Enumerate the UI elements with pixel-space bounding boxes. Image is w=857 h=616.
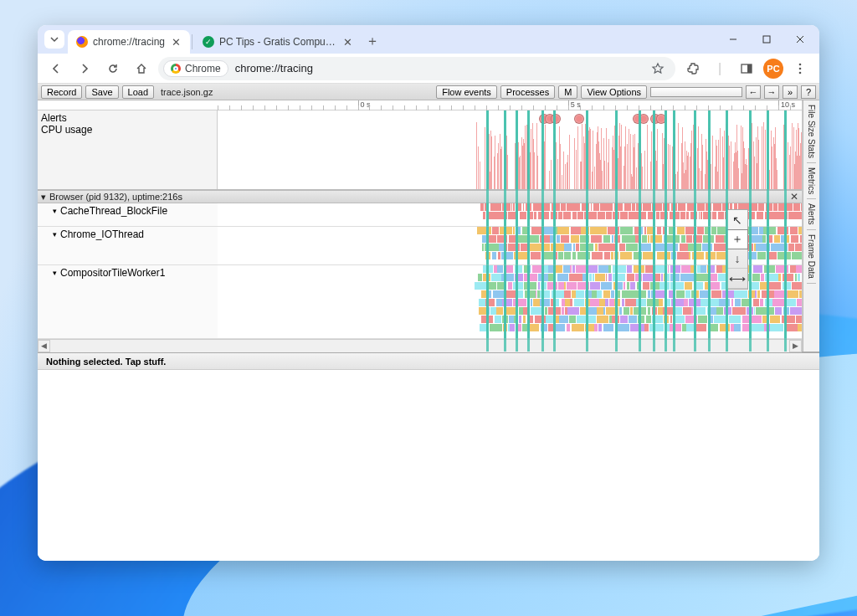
tracing-toolbar: Record Save Load trace.json.gz Flow even… [38,84,819,100]
chrome-window: chrome://tracing ✕ ✓ PC Tips - Gratis Co… [38,25,819,561]
svg-point-4 [799,63,802,65]
kebab-menu-icon[interactable] [788,57,813,80]
thread-canvas[interactable] [218,227,802,264]
url-text: chrome://tracing [235,62,313,74]
processes-button[interactable]: Processes [500,85,555,99]
address-bar: Chrome chrome://tracing | PC [38,54,819,84]
view-options-button[interactable]: View Options [581,85,647,99]
tab-title: PC Tips - Gratis Computer Tips [219,36,336,48]
svg-rect-3 [747,64,752,73]
time-ruler[interactable]: 0 s5 s10 s [38,100,802,110]
svg-point-5 [799,67,802,69]
load-button[interactable]: Load [122,85,154,99]
trace-filename: trace.json.gz [161,87,213,97]
overview-canvas[interactable] [218,110,802,189]
omnibox[interactable]: Chrome chrome://tracing [158,57,675,80]
help-button[interactable]: ? [801,85,816,99]
details-body [38,370,819,561]
bookmark-icon[interactable] [649,59,667,78]
side-tabs: File Size StatsMetricsAlertsFrame Data [803,100,819,352]
tab-strip: chrome://tracing ✕ ✓ PC Tips - Gratis Co… [38,25,819,54]
m-button[interactable]: M [558,85,577,99]
caret-icon: ▾ [53,269,57,277]
thread-row: ▾CacheThread_BlockFile [38,203,802,227]
record-button[interactable]: Record [41,85,82,99]
thread-name: Chrome_IOThread [60,228,144,240]
thread-canvas[interactable] [218,265,802,338]
nav-left-button[interactable]: ← [746,85,761,99]
tab-pctips[interactable]: ✓ PC Tips - Gratis Computer Tips ✕ [194,30,362,54]
alert-dot[interactable] [574,114,584,124]
thread-name: CacheThread_BlockFile [60,205,167,217]
firefox-icon [76,36,88,48]
cpu-usage-label: CPU usage [41,124,213,136]
close-icon[interactable]: ✕ [341,36,353,48]
details-panel: Nothing selected. Tap stuff. [38,352,819,561]
ruler-tick: 0 s [358,100,371,110]
ruler-tick: 5 s [568,100,581,110]
ruler-tick: 10 s [778,100,795,110]
timing-tool[interactable]: ⟷ [727,269,747,289]
home-button[interactable] [130,57,153,80]
tab-tracing[interactable]: chrome://tracing ✕ [68,30,190,54]
nav-right-button[interactable]: → [764,85,779,99]
flow-events-button[interactable]: Flow events [436,85,497,99]
profile-avatar[interactable]: PC [761,57,786,80]
tab-title: chrome://tracing [93,36,165,48]
scroll-left-button[interactable]: ◀ [38,340,50,352]
svg-rect-1 [763,36,770,43]
process-header[interactable]: ▾ Browser (pid 9132), uptime:216s ✕ [38,190,802,203]
close-icon[interactable]: ✕ [170,36,182,48]
side-tab[interactable]: Metrics [807,163,816,199]
zoom-tool[interactable]: ＋ [726,229,748,249]
extensions-icon[interactable] [680,57,706,80]
horizontal-scrollbar[interactable]: ◀ ▶ [38,339,802,352]
reload-button[interactable] [101,57,125,80]
thread-list: ▾CacheThread_BlockFile▾Chrome_IOThread▾C… [38,203,802,339]
process-title: Browser (pid 9132), uptime:216s [49,192,182,202]
side-tab[interactable]: Frame Data [807,230,816,284]
maximize-button[interactable] [752,28,781,51]
side-tab[interactable]: Alerts [807,199,816,230]
chrome-icon [171,64,181,74]
svg-point-6 [799,71,802,74]
back-button[interactable] [44,57,68,80]
caret-icon: ▾ [53,207,57,215]
caret-icon: ▾ [53,230,57,239]
site-chip[interactable]: Chrome [163,60,228,77]
details-header: Nothing selected. Tap stuff. [38,353,819,370]
thread-row: ▾CompositorTileWorker1 [38,265,802,339]
close-process-button[interactable]: ✕ [790,191,798,203]
overview-labels: Alerts CPU usage [38,110,218,189]
overview-pane: Alerts CPU usage [38,110,802,190]
details-message: Nothing selected. Tap stuff. [46,357,166,367]
alerts-label: Alerts [41,112,213,124]
thread-name: CompositorTileWorker1 [60,267,165,279]
check-icon: ✓ [203,36,214,48]
new-tab-button[interactable]: ＋ [362,30,383,52]
sidepanel-icon[interactable] [734,57,759,80]
tab-search-button[interactable] [44,30,64,49]
caret-down-icon: ▾ [41,192,46,203]
tracing-viewer: 0 s5 s10 s Alerts CPU usage ▾ Browser (p… [38,100,819,561]
window-close-button[interactable] [786,28,814,51]
thread-row: ▾Chrome_IOThread [38,227,802,265]
thread-canvas[interactable] [218,203,802,226]
save-button[interactable]: Save [85,85,118,99]
minimize-button[interactable] [719,28,747,51]
chip-label: Chrome [185,63,221,74]
side-tab[interactable]: File Size Stats [807,100,816,163]
scroll-right-button[interactable]: ▶ [789,340,802,352]
pointer-tool[interactable]: ↖ [727,210,747,230]
forward-button[interactable] [73,57,96,80]
tool-palette: ↖ ＋ ↓ ⟷ [726,209,748,290]
progress-bar [650,87,742,97]
pan-tool[interactable]: ↓ [727,249,747,269]
nav-more-button[interactable]: » [783,85,798,99]
